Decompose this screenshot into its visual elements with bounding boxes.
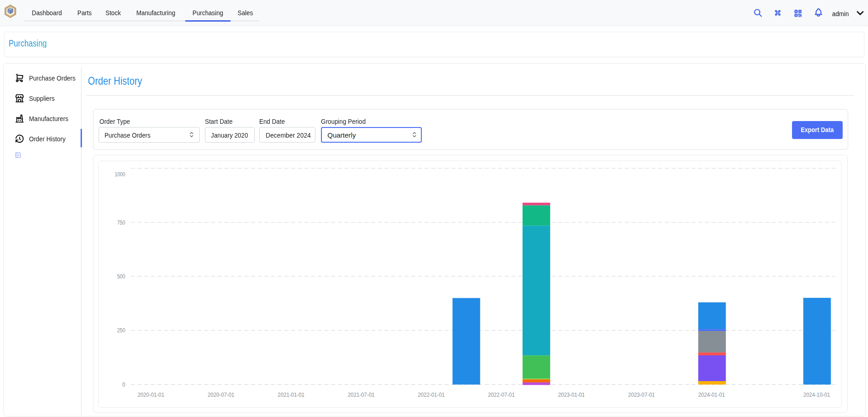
svg-text:2021-07-01: 2021-07-01 xyxy=(348,391,375,398)
svg-text:2023-01-01: 2023-01-01 xyxy=(558,391,585,398)
svg-text:2022-01-01: 2022-01-01 xyxy=(418,391,445,398)
svg-text:2020-07-01: 2020-07-01 xyxy=(208,391,234,398)
svg-text:2020-01-01: 2020-01-01 xyxy=(138,391,164,398)
svg-text:2023-07-01: 2023-07-01 xyxy=(628,391,655,398)
svg-text:1000: 1000 xyxy=(115,170,126,177)
svg-text:0: 0 xyxy=(122,381,126,388)
svg-text:2024-10-01: 2024-10-01 xyxy=(804,391,830,398)
svg-text:2021-01-01: 2021-01-01 xyxy=(278,391,304,398)
svg-text:2024-01-01: 2024-01-01 xyxy=(699,391,725,398)
svg-text:2022-07-01: 2022-07-01 xyxy=(488,391,515,398)
svg-text:750: 750 xyxy=(117,219,126,226)
svg-text:500: 500 xyxy=(117,272,126,279)
svg-text:250: 250 xyxy=(117,327,126,334)
